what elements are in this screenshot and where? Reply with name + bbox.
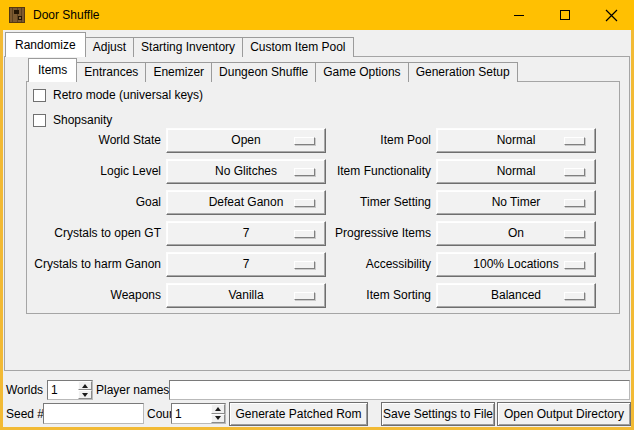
worlds-spinner: [47, 380, 93, 400]
count-spinner: [171, 403, 226, 424]
spin-down-icon[interactable]: [78, 390, 92, 399]
player-names-input[interactable]: [169, 380, 630, 400]
title-bar: Door Shuffle: [0, 0, 634, 30]
open-output-directory-button[interactable]: Open Output Directory: [497, 402, 631, 426]
progressive-items-label: Progressive Items: [330, 221, 431, 246]
tab-starting-inventory[interactable]: Starting Inventory: [133, 37, 243, 57]
shopsanity-label: Shopsanity: [53, 113, 112, 127]
tab-items[interactable]: Items: [28, 58, 77, 82]
dropdown-indicator-icon: [294, 199, 315, 207]
item-functionality-label: Item Functionality: [330, 159, 431, 184]
main-tab-bar: Randomize Adjust Starting Inventory Cust…: [5, 32, 353, 57]
seed-label: Seed #: [6, 407, 44, 421]
tab-game-options[interactable]: Game Options: [315, 62, 408, 82]
worlds-input[interactable]: [48, 381, 78, 399]
dropdown-indicator-icon: [294, 261, 315, 269]
tab-generation-setup[interactable]: Generation Setup: [408, 62, 518, 82]
door-icon: [9, 7, 25, 23]
generate-patched-rom-button[interactable]: Generate Patched Rom: [229, 402, 368, 426]
item-pool-label: Item Pool: [330, 128, 431, 153]
weapons-label: Weapons: [30, 283, 161, 308]
shopsanity-checkbox[interactable]: Shopsanity: [33, 113, 112, 127]
timer-setting-dropdown[interactable]: No Timer: [436, 190, 596, 215]
goal-label: Goal: [30, 190, 161, 215]
tab-entrances[interactable]: Entrances: [76, 62, 146, 82]
spin-down-icon[interactable]: [211, 414, 225, 424]
app-window: Door Shuffle Randomize Adjust Starting I…: [0, 0, 634, 430]
dropdown-indicator-icon: [564, 137, 585, 145]
count-input[interactable]: [172, 404, 211, 423]
world-state-dropdown[interactable]: Open: [166, 128, 326, 153]
crystals-harm-ganon-dropdown[interactable]: 7: [166, 252, 326, 277]
item-functionality-dropdown[interactable]: Normal: [436, 159, 596, 184]
minimize-button[interactable]: [496, 0, 542, 30]
dropdown-indicator-icon: [294, 292, 315, 300]
client-area: Randomize Adjust Starting Inventory Cust…: [3, 30, 631, 427]
close-icon: [605, 9, 618, 22]
player-names-label: Player names: [96, 383, 169, 397]
spin-up-icon[interactable]: [78, 381, 92, 390]
dropdown-indicator-icon: [564, 261, 585, 269]
dropdown-indicator-icon: [294, 137, 315, 145]
goal-dropdown[interactable]: Defeat Ganon: [166, 190, 326, 215]
tab-enemizer[interactable]: Enemizer: [145, 62, 212, 82]
close-button[interactable]: [588, 0, 634, 30]
save-settings-button[interactable]: Save Settings to File: [381, 402, 495, 426]
logic-level-dropdown[interactable]: No Glitches: [166, 159, 326, 184]
crystals-open-gt-dropdown[interactable]: 7: [166, 221, 326, 246]
dropdown-indicator-icon: [294, 230, 315, 238]
accessibility-dropdown[interactable]: 100% Locations: [436, 252, 596, 277]
dropdown-indicator-icon: [564, 199, 585, 207]
accessibility-label: Accessibility: [330, 252, 431, 277]
crystals-harm-ganon-label: Crystals to harm Ganon: [30, 252, 161, 277]
dropdown-indicator-icon: [564, 230, 585, 238]
retro-mode-checkbox[interactable]: Retro mode (universal keys): [33, 88, 203, 102]
window-title: Door Shuffle: [33, 8, 100, 22]
maximize-button[interactable]: [542, 0, 588, 30]
tab-custom-item-pool[interactable]: Custom Item Pool: [242, 37, 353, 57]
item-sorting-label: Item Sorting: [330, 283, 431, 308]
retro-mode-label: Retro mode (universal keys): [53, 88, 203, 102]
maximize-icon: [559, 9, 571, 21]
minimize-icon: [513, 9, 525, 21]
tab-randomize[interactable]: Randomize: [5, 32, 86, 57]
spin-up-icon[interactable]: [211, 404, 225, 414]
progressive-items-dropdown[interactable]: On: [436, 221, 596, 246]
seed-input[interactable]: [43, 403, 144, 424]
worlds-label: Worlds: [6, 383, 43, 397]
tab-dungeon-shuffle[interactable]: Dungeon Shuffle: [211, 62, 316, 82]
dropdown-indicator-icon: [294, 168, 315, 176]
crystals-open-gt-label: Crystals to open GT: [30, 221, 161, 246]
checkbox-icon: [33, 114, 46, 127]
timer-setting-label: Timer Setting: [330, 190, 431, 215]
logic-level-label: Logic Level: [30, 159, 161, 184]
sub-tab-bar: Items Entrances Enemizer Dungeon Shuffle…: [28, 58, 517, 82]
checkbox-icon: [33, 89, 46, 102]
dropdown-indicator-icon: [564, 168, 585, 176]
dropdown-indicator-icon: [564, 292, 585, 300]
tab-adjust[interactable]: Adjust: [85, 37, 134, 57]
item-sorting-dropdown[interactable]: Balanced: [436, 283, 596, 308]
item-pool-dropdown[interactable]: Normal: [436, 128, 596, 153]
world-state-label: World State: [30, 128, 161, 153]
weapons-dropdown[interactable]: Vanilla: [166, 283, 326, 308]
